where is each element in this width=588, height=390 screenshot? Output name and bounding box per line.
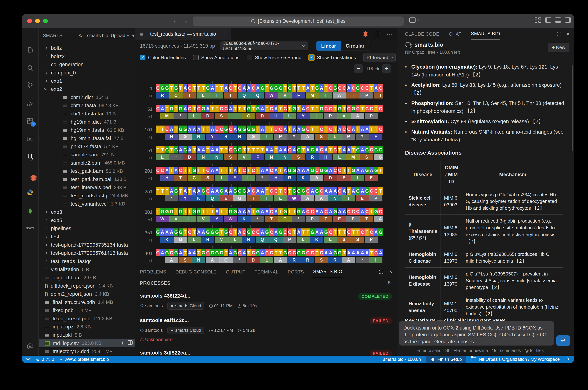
new-chat-button[interactable]: + New bbox=[548, 43, 569, 52]
tree-item-phix174.fasta[interactable]: ≡phix174.fasta5.4 KB bbox=[39, 143, 135, 151]
source-control-icon[interactable] bbox=[27, 82, 34, 89]
tree-item-test-upload-1772905735134.fasta[interactable]: test-upload-1772905735134.fasta bbox=[39, 241, 135, 249]
toggle-right-sidebar-button[interactable] bbox=[565, 17, 571, 23]
window-title-search[interactable]: [Extension Development Host] test_files bbox=[193, 17, 404, 26]
chevron-right-icon[interactable] bbox=[44, 63, 48, 66]
tree-item-diffdock_report.json[interactable]: {}diffdock_report.json1.4 KB bbox=[39, 282, 135, 290]
tree-item-complex_0[interactable]: complex_0 bbox=[39, 69, 135, 77]
tree-item-test[interactable]: test bbox=[39, 233, 135, 241]
chevron-right-icon[interactable] bbox=[44, 252, 48, 255]
tree-item-exp5[interactable]: exp5 bbox=[39, 216, 135, 224]
tree-item-chr17.dict[interactable]: ≡chr17.dict154 B bbox=[39, 93, 135, 102]
tree-item-chr17.fasta[interactable]: ≡chr17.fasta992.8 KB bbox=[39, 101, 135, 110]
python-extension-icon[interactable] bbox=[27, 189, 34, 196]
refresh-processes-icon[interactable]: ↻ bbox=[388, 280, 392, 286]
tree-item-hg19mini.fasta.fai[interactable]: ≡hg19mini.fasta.fai77 B bbox=[39, 134, 135, 143]
option-show-translations[interactable]: ✓Show Translations bbox=[309, 55, 356, 60]
process-samtools-eaff1c2c-[interactable]: samtools eaff1c2c...FAILED⚙ samtools●sma… bbox=[135, 313, 397, 346]
zoom-in-button[interactable]: + bbox=[382, 64, 391, 73]
back-arrow-icon[interactable]: ← bbox=[172, 17, 179, 24]
close-window-button[interactable] bbox=[27, 19, 32, 23]
panel-tab-smarts.bio[interactable]: SMARTS.BIO bbox=[313, 266, 342, 277]
option-show-reverse-strand[interactable]: Show Reverse Strand bbox=[247, 55, 301, 60]
mongodb-leaf-icon[interactable] bbox=[27, 207, 33, 214]
refresh-icon[interactable]: ↻ bbox=[79, 33, 83, 39]
remote-indicator[interactable]: >< bbox=[25, 357, 31, 362]
panel-tab-debug-console[interactable]: DEBUG CONSOLE bbox=[175, 266, 217, 277]
toggle-grid-button[interactable] bbox=[535, 17, 541, 23]
tree-item-fixed_presol.pdb[interactable]: ≡fixed_presol.pdb111.2 KB bbox=[39, 315, 135, 323]
send-button[interactable]: ↵ bbox=[556, 336, 570, 346]
chevron-right-icon[interactable] bbox=[44, 268, 48, 271]
tree-item-input.pkl[interactable]: ≡input.pkl5 B bbox=[39, 331, 135, 339]
tree-item-sample.sam[interactable]: ≡sample.sam791 B bbox=[39, 151, 135, 159]
forward-arrow-icon[interactable]: → bbox=[182, 17, 189, 24]
tab-test-reads-fastq[interactable]: ≡ test_reads.fastq — smarts.bio × bbox=[135, 28, 231, 40]
search-icon[interactable] bbox=[27, 64, 34, 71]
ai-sparkle-icon[interactable]: ✦ bbox=[120, 340, 124, 346]
tree-item-test_reads_fastqc[interactable]: test_reads_fastqc bbox=[39, 257, 135, 265]
more-actions-icon[interactable]: ⋯ bbox=[387, 30, 393, 38]
circular-view-button[interactable]: Circular bbox=[341, 41, 369, 50]
panel-tab-terminal[interactable]: TERMINAL bbox=[255, 266, 278, 277]
scrollbar-thumb[interactable] bbox=[572, 65, 573, 151]
tree-item-dplm2_report.json[interactable]: {}dplm2_report.json3.4 KB bbox=[39, 290, 135, 298]
panel-tab-output[interactable]: OUTPUT bbox=[226, 266, 245, 277]
panel-tab-problems[interactable]: PROBLEMS bbox=[140, 266, 166, 277]
tree-item-input.npz[interactable]: ≡input.npz2.8 KB bbox=[39, 323, 135, 331]
toggle-bottom-panel-button[interactable] bbox=[555, 17, 561, 23]
workspace-indicator[interactable]: Nir Orpaz's Organization / My Workspace bbox=[467, 357, 563, 362]
tree-item-test_gatk.bam[interactable]: ≡test_gatk.bam56.2 KB bbox=[39, 167, 135, 175]
close-tab-icon[interactable]: × bbox=[224, 31, 227, 37]
close-panel-icon[interactable]: × bbox=[567, 31, 570, 37]
maximize-panel-icon[interactable] bbox=[557, 32, 562, 36]
tree-item-exp2[interactable]: exp2 bbox=[39, 85, 135, 93]
notifications-bell[interactable] bbox=[563, 357, 574, 362]
maximize-panel-icon[interactable] bbox=[379, 269, 384, 274]
tree-item-trajectory12.dcd[interactable]: ≡trajectory12.dcd209.1 MB bbox=[39, 347, 135, 356]
problems-indicator[interactable]: ⊗ 0 ⚠ 0 bbox=[36, 357, 54, 362]
chevron-right-icon[interactable] bbox=[44, 71, 48, 74]
sequence-select[interactable]: 36a0e63c-898f-4de6-8471-584bbf418dad bbox=[220, 42, 308, 50]
aws-toolkit-icon[interactable]: aws bbox=[26, 225, 34, 231]
tree-item-md_log.csv[interactable]: md_log.csv123.0 KB✦ bbox=[39, 339, 135, 347]
zoom-out-button[interactable]: − bbox=[354, 64, 363, 73]
tree-item-hg19mini.dict[interactable]: ≡hg19mini.dict471 B bbox=[39, 118, 135, 126]
chevron-right-icon[interactable] bbox=[44, 260, 48, 263]
frame-select[interactable]: +1 forward bbox=[363, 53, 396, 62]
run-debug-icon[interactable] bbox=[27, 100, 34, 107]
accounts-icon[interactable] bbox=[27, 343, 34, 350]
close-panel-icon[interactable]: × bbox=[389, 269, 392, 275]
chevron-right-icon[interactable] bbox=[44, 55, 48, 58]
open-preview-icon[interactable] bbox=[128, 340, 133, 345]
tree-item-boltz[interactable]: boltz bbox=[39, 44, 135, 52]
assistant-tab-smarts-bio[interactable]: SMARTS.BIO bbox=[471, 28, 500, 40]
option-color-nucleotides[interactable]: ✓Color Nucleotides bbox=[140, 55, 186, 60]
panel-tab-ports[interactable]: PORTS bbox=[288, 266, 304, 277]
tree-item-test_gatk.bam.bai[interactable]: ≡test_gatk.bam.bai128 B bbox=[39, 175, 135, 184]
chevron-right-icon[interactable] bbox=[44, 227, 48, 230]
chat-input[interactable]: Dock aspirin onto COX-2 using DiffDock. … bbox=[399, 321, 554, 345]
linear-view-button[interactable]: Linear bbox=[317, 41, 341, 50]
starburst-icon[interactable] bbox=[363, 31, 368, 37]
tab-overview-button[interactable] bbox=[409, 17, 419, 23]
checkbox[interactable]: ✓ bbox=[140, 55, 145, 60]
chevron-right-icon[interactable] bbox=[44, 219, 48, 222]
tree-item-boltz2[interactable]: boltz2 bbox=[39, 52, 135, 61]
assistant-tab-claude-code[interactable]: CLAUDE CODE bbox=[405, 28, 439, 40]
tree-item-test_intervals.bed[interactable]: ≡test_intervals.bed243 B bbox=[39, 183, 135, 192]
sequence-viewer[interactable]: 1+1CGGTGTACTTTGATTACTCAACAGTGGGTGTTTATGA… bbox=[135, 73, 397, 266]
chevron-right-icon[interactable] bbox=[44, 243, 48, 246]
process-samtools-438f224d-[interactable]: samtools 438f224d...COMPLETED⚙ samtools●… bbox=[135, 289, 397, 313]
tree-item-visualization[interactable]: visualization0 B bbox=[39, 265, 135, 274]
tree-item-final_structure.pdb[interactable]: ≡final_structure.pdb1.4 MB bbox=[39, 298, 135, 306]
tree-item-test-upload-1772905761413.fasta[interactable]: test-upload-1772905761413.fasta bbox=[39, 249, 135, 257]
tree-item-sample2.bam[interactable]: ≡sample2.bam465.0 MB bbox=[39, 159, 135, 167]
chevron-right-icon[interactable] bbox=[44, 47, 48, 50]
tree-item-exp1[interactable]: exp1 bbox=[39, 77, 135, 85]
tree-item-test_reads.fastq[interactable]: ≡test_reads.fastq24.4 MB bbox=[39, 192, 135, 200]
tree-item-test_variants.vcf[interactable]: ≡test_variants.vcf1.7 KB bbox=[39, 200, 135, 208]
chevron-down-icon[interactable] bbox=[44, 87, 48, 90]
tree-item-co_generation[interactable]: co_generation bbox=[39, 60, 135, 69]
chevron-right-icon[interactable] bbox=[44, 79, 48, 83]
